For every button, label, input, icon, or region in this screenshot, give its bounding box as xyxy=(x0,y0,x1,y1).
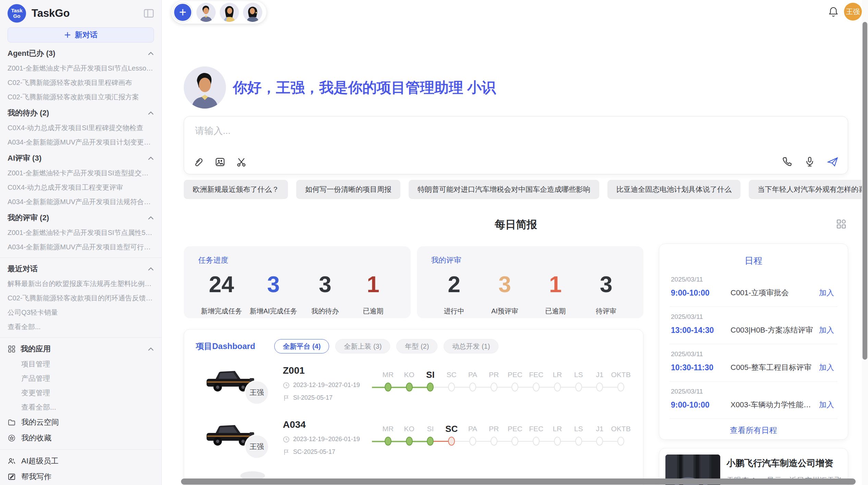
agent-avatar-bar: + xyxy=(171,1,266,24)
sidebar-item[interactable]: Z001-全新燃油皮卡产品开发项目SI节点Lesson Learn报告 xyxy=(8,61,154,75)
new-chat-button[interactable]: 新对话 xyxy=(8,27,154,42)
sidebar-item-writing[interactable]: 帮我写作 xyxy=(0,469,161,485)
milestone-label: LS xyxy=(568,369,589,381)
milestone: MR xyxy=(377,423,399,449)
dashboard-tab[interactable]: 动总开发 (1) xyxy=(444,339,498,353)
suggestion-chip[interactable]: 特朗普可能对进口汽车增税会对中国车企造成哪些影响 xyxy=(409,180,599,199)
suggestion-chip[interactable]: 如何写一份清晰的项目周报 xyxy=(296,180,400,199)
stat-value: 1 xyxy=(535,273,576,296)
project-rows: 王强 Z001 2023-12-19~2027-01-19 xyxy=(196,365,631,462)
recent-section-header[interactable]: 最近对话 xyxy=(8,261,154,276)
chevron-up-icon xyxy=(148,111,154,115)
horizontal-scrollbar-thumb[interactable] xyxy=(181,478,856,485)
my-apps-item[interactable]: 查看全部... xyxy=(0,400,161,414)
screenshot-button[interactable] xyxy=(236,156,247,168)
agent-avatar[interactable] xyxy=(196,3,216,22)
join-meeting-button[interactable]: 加入 xyxy=(817,399,836,410)
stat-card-title: 任务进度 xyxy=(198,255,396,265)
milestone-label: J1 xyxy=(589,423,611,435)
brief-layout-button[interactable] xyxy=(834,217,848,231)
recent-chat-item[interactable]: C02-飞腾新能源轻客改款项目的闭环通告反馈情况 xyxy=(8,291,154,305)
chevron-up-icon xyxy=(148,267,154,271)
milestone: LS xyxy=(568,423,589,449)
sidebar-section-header[interactable]: AI评审 (3) xyxy=(8,151,154,166)
vertical-scrollbar-thumb[interactable] xyxy=(863,22,867,360)
attach-file-button[interactable] xyxy=(193,156,205,168)
main-area: + 王强 你好，王强，我是你的项目管理助理 小识 xyxy=(162,0,868,485)
recent-chat-item[interactable]: 公司Q3轻卡销量 xyxy=(8,305,154,320)
milestone-node xyxy=(448,383,455,391)
schedule-time: 9:00-10:00 xyxy=(671,288,723,298)
chevron-up-icon xyxy=(148,156,154,160)
milestone: OKTB xyxy=(610,369,631,395)
my-apps-item[interactable]: 项目管理 xyxy=(0,357,161,371)
dashboard-tab[interactable]: 年型 (2) xyxy=(396,339,437,353)
suggestion-chip[interactable]: 当下年轻人对汽车外观有怎样的喜好趋势 xyxy=(749,180,868,199)
sidebar-item[interactable]: A034-全新新能源MUV产品开发项目法规符合性评审 xyxy=(8,195,154,209)
dashboard-tab[interactable]: 全新上装 (3) xyxy=(335,339,390,353)
project-row[interactable]: 王强 Z001 2023-12-19~2027-01-19 xyxy=(196,365,631,408)
join-meeting-button[interactable]: 加入 xyxy=(817,287,836,298)
app-logo: Task Go xyxy=(8,4,26,23)
schedule-item: 2025/03/11 10:30-11:30 C005-整车工程目标评审 加入 xyxy=(670,344,837,382)
sidebar-item[interactable]: C0X4-动力总成开发项目SI里程碑提交物检查 xyxy=(8,121,154,135)
recent-chat-item[interactable]: 解释最新出台的欧盟报废车法规再生塑料比例被调至15%... xyxy=(8,276,154,291)
sidebar-item[interactable]: A034-全新新能源MUV产品开发项目计划变更表编写 xyxy=(8,135,154,149)
schedule-time: 9:00-10:00 xyxy=(671,400,723,410)
milestone: MR xyxy=(377,369,399,395)
sidebar-item[interactable]: Z001-全新燃油轻卡产品开发项目SI节点属性5D文件评审 xyxy=(8,225,154,240)
milestone-label: LR xyxy=(547,369,568,381)
schedule-time: 10:30-11:30 xyxy=(671,363,723,372)
view-all-schedule-link[interactable]: 查看所有日程 xyxy=(670,419,837,438)
project-milestone-date: SC-2025-05-17 xyxy=(283,448,364,456)
suggestion-chip[interactable]: 比亚迪全固态电池计划具体说了什么 xyxy=(607,180,740,199)
sidebar-toggle-button[interactable] xyxy=(144,9,154,18)
sidebar-item[interactable]: C0X4-动力总成开发项目工程变更评审 xyxy=(8,180,154,195)
composer-input[interactable] xyxy=(194,125,837,137)
divider xyxy=(0,337,161,338)
sidebar-item[interactable]: C02-飞腾新能源轻客改款项目立项汇报方案 xyxy=(8,90,154,104)
join-meeting-button[interactable]: 加入 xyxy=(817,362,836,373)
agent-avatar[interactable] xyxy=(243,3,262,22)
sidebar-item[interactable]: Z001-全新燃油轻卡产品开发项目SI造型提交物评审 xyxy=(8,166,154,180)
sidebar-section-items: Z001-全新燃油轻卡产品开发项目SI造型提交物评审 C0X4-动力总成开发项目… xyxy=(8,166,154,209)
milestone-label: PEC xyxy=(505,369,526,381)
send-button[interactable] xyxy=(827,156,839,168)
greeting-row: 你好，王强，我是你的项目管理助理 小识 xyxy=(184,66,848,109)
schedule-date: 2025/03/11 xyxy=(671,388,836,395)
agent-avatar[interactable] xyxy=(220,3,239,22)
voice-call-button[interactable] xyxy=(781,156,793,167)
milestone-node xyxy=(469,383,476,391)
milestone-node xyxy=(596,383,603,391)
suggestion-chip[interactable]: 欧洲新规最近颁布了什么？ xyxy=(184,180,288,199)
my-apps-item[interactable]: 变更管理 xyxy=(0,386,161,400)
join-meeting-button[interactable]: 加入 xyxy=(817,325,836,336)
sidebar-section: 我的评审 (2) Z001-全新燃油轻卡产品开发项目SI节点属性5D文件评审 A… xyxy=(0,210,161,254)
sidebar-item-favorites[interactable]: 我的收藏 xyxy=(0,430,161,446)
writing-label: 帮我写作 xyxy=(21,472,51,482)
sidebar-item[interactable]: C02-飞腾新能源轻客改款项目里程碑画布 xyxy=(8,75,154,90)
project-media: 王强 xyxy=(204,419,268,462)
microphone-button[interactable] xyxy=(804,156,816,167)
insert-image-button[interactable] xyxy=(214,156,226,168)
sidebar-item[interactable]: A034-全新新能源MUV产品开发项目造型可行性评审 xyxy=(8,240,154,254)
project-code: A034 xyxy=(283,419,364,430)
milestone-label: LR xyxy=(547,423,568,435)
people-icon xyxy=(8,457,16,465)
sidebar-my-apps-header[interactable]: 我的应用 xyxy=(0,341,161,357)
dashboard-tab[interactable]: 全新平台 (4) xyxy=(274,339,329,353)
milestone-node xyxy=(617,437,624,446)
sidebar-item-ai-staff[interactable]: AI超级员工 xyxy=(0,453,161,469)
milestone-node xyxy=(575,383,582,391)
notifications-button[interactable] xyxy=(828,6,839,18)
sidebar-section-header[interactable]: 我的评审 (2) xyxy=(8,210,154,225)
project-row[interactable]: 王强 A034 2023-12-19~2026-01-19 xyxy=(196,419,631,462)
sidebar-section-header[interactable]: Agent已办 (3) xyxy=(8,46,154,61)
sidebar-item-cloud-space[interactable]: 我的云空间 xyxy=(0,414,161,430)
my-apps-item[interactable]: 产品管理 xyxy=(0,371,161,386)
sidebar-section-header[interactable]: 我的待办 (2) xyxy=(8,105,154,121)
user-avatar[interactable]: 王强 xyxy=(844,3,862,21)
add-agent-button[interactable]: + xyxy=(173,3,192,22)
sidebar-section-items: Z001-全新燃油轻卡产品开发项目SI节点属性5D文件评审 A034-全新新能源… xyxy=(8,225,154,254)
recent-view-all[interactable]: 查看全部... xyxy=(8,320,154,334)
